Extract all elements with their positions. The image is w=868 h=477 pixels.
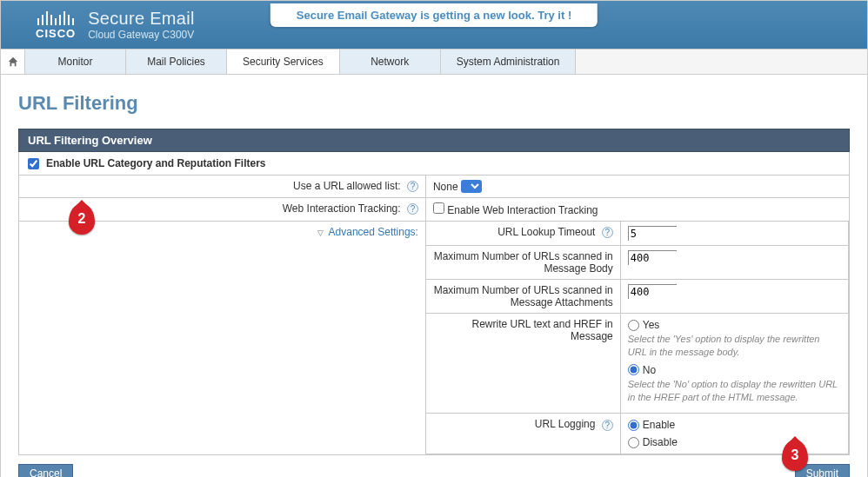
nav-mail-policies[interactable]: Mail Policies	[126, 50, 227, 74]
nav-home-icon[interactable]	[1, 50, 25, 74]
max-attach-label: Maximum Number of URLs scanned in Messag…	[426, 280, 620, 314]
overview-header: URL Filtering Overview	[18, 129, 850, 152]
nav-security-services[interactable]: Security Services	[227, 50, 340, 74]
new-look-banner[interactable]: Secure Email Gateway is getting a new lo…	[270, 3, 598, 27]
lookup-timeout-input[interactable]	[628, 226, 677, 241]
logging-disable-radio[interactable]	[628, 437, 639, 448]
cisco-logo-text: CISCO	[36, 27, 76, 40]
nav-monitor[interactable]: Monitor	[25, 50, 126, 74]
web-tracking-checkbox-label: Enable Web Interaction Tracking	[447, 204, 598, 216]
web-tracking-checkbox[interactable]	[433, 202, 444, 214]
annotation-callout-3: 3	[782, 440, 808, 471]
max-body-input[interactable]	[628, 250, 677, 265]
help-icon[interactable]: ?	[602, 227, 613, 238]
allowed-list-select[interactable]	[461, 180, 482, 193]
allowed-list-label: Use a URL allowed list:	[293, 180, 401, 192]
enable-url-filters-checkbox[interactable]	[28, 158, 39, 169]
cancel-button[interactable]: Cancel	[18, 464, 73, 477]
help-icon[interactable]: ?	[407, 203, 418, 215]
rewrite-yes-hint: Select the 'Yes' option to display the r…	[628, 333, 841, 359]
logging-enable-label: Enable	[643, 419, 675, 431]
annotation-callout-2: 2	[69, 203, 95, 235]
enable-url-filters-label: Enable URL Category and Reputation Filte…	[46, 157, 265, 169]
rewrite-yes-radio[interactable]	[628, 320, 639, 331]
web-tracking-label: Web Interaction Tracking:	[283, 202, 401, 215]
lookup-timeout-label: URL Lookup Timeout	[497, 226, 595, 238]
allowed-list-value: None	[433, 181, 458, 193]
logging-enable-radio[interactable]	[628, 420, 639, 431]
page-title: URL Filtering	[18, 92, 850, 115]
content-area: URL Filtering URL Filtering Overview Ena…	[0, 75, 868, 477]
nav-system-administration[interactable]: System Administration	[441, 50, 577, 74]
product-model: Cloud Gateway C300V	[88, 29, 195, 41]
rewrite-label: Rewrite URL text and HREF in Message	[426, 314, 620, 414]
main-nav: Monitor Mail Policies Security Services …	[0, 49, 868, 75]
help-icon[interactable]: ?	[407, 181, 418, 192]
product-title: Secure Email	[88, 9, 195, 29]
url-logging-label: URL Logging	[535, 418, 596, 430]
max-body-label: Maximum Number of URLs scanned in Messag…	[426, 246, 620, 280]
nav-network[interactable]: Network	[340, 50, 441, 74]
logging-disable-label: Disable	[643, 436, 678, 448]
rewrite-no-hint: Select the 'No' option to display the re…	[628, 378, 841, 404]
chevron-down-icon[interactable]: ▽	[317, 229, 324, 237]
max-attach-input[interactable]	[628, 284, 677, 299]
advanced-settings-toggle[interactable]: Advanced Settings:	[329, 226, 418, 238]
rewrite-yes-label: Yes	[643, 319, 660, 331]
rewrite-no-label: No	[643, 364, 656, 376]
cisco-logo: CISCO	[36, 10, 76, 40]
enable-url-filters-row: Enable URL Category and Reputation Filte…	[18, 152, 850, 176]
help-icon[interactable]: ?	[602, 420, 613, 431]
rewrite-no-radio[interactable]	[628, 364, 639, 375]
